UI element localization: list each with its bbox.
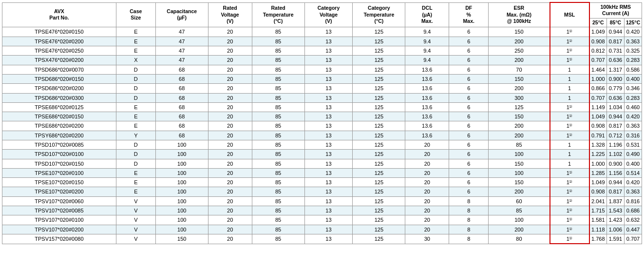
cell-category-voltage: 13	[304, 112, 353, 121]
cell-msl: 1¹⁾	[550, 102, 589, 112]
cell-rated-temp: 85	[252, 46, 304, 56]
cell-125c: 0.420	[624, 112, 642, 121]
cell-esr: 200	[489, 56, 550, 65]
header-temp-85: 85°C	[606, 18, 624, 27]
cell-dcl: 9.4	[405, 46, 449, 56]
cell-capacitance: 100	[155, 196, 208, 206]
cell-esr: 80	[489, 234, 550, 244]
cell-85c: 0.817	[606, 187, 624, 196]
table-row: TPSE107*020#0100E1002085131252061001¹⁾1.…	[2, 168, 642, 177]
table-row: TPSD686*020#0200D6820851312513.6620010.8…	[2, 84, 642, 93]
cell-85c: 0.636	[606, 56, 624, 65]
cell-msl: 1¹⁾	[550, 206, 589, 215]
cell-esr: 200	[489, 225, 550, 234]
cell-rated-voltage: 20	[208, 27, 252, 37]
header-df: DF%Max.	[449, 2, 489, 27]
cell-25c: 0.812	[589, 46, 607, 56]
cell-df: 6	[449, 93, 489, 102]
cell-dcl: 13.6	[405, 84, 449, 93]
cell-rated-voltage: 20	[208, 37, 252, 46]
table-row: TPSD107*020#0085D1002085131252068511.328…	[2, 140, 642, 149]
cell-25c: 0.707	[589, 93, 607, 102]
cell-capacitance: 100	[155, 225, 208, 234]
cell-msl: 1¹⁾	[550, 178, 589, 187]
cell-25c: 1.000	[589, 159, 607, 168]
cell-case: V	[116, 206, 155, 215]
cell-125c: 0.363	[624, 121, 642, 131]
cell-capacitance: 68	[155, 131, 208, 140]
table-row: TPSE107*020#0200E1002085131252062001¹⁾0.…	[2, 187, 642, 196]
cell-rated-temp: 85	[252, 206, 304, 215]
table-row: TPSE686*020#0150E6820851312513.661501¹⁾1…	[2, 112, 642, 121]
cell-part: TPSE686*020#0150	[2, 112, 116, 121]
cell-df: 6	[449, 168, 489, 177]
table-row: TPSV107*020#0060V100208513125208601¹⁾2.0…	[2, 196, 642, 206]
cell-case: D	[116, 93, 155, 102]
cell-dcl: 20	[405, 225, 449, 234]
table-row: TPSV107*020#0100V1002085131252081001¹⁾1.…	[2, 215, 642, 225]
cell-df: 6	[449, 150, 489, 159]
header-temp-125: 125°C	[624, 18, 642, 27]
cell-msl: 1¹⁾	[550, 196, 589, 206]
cell-25c: 1.149	[589, 102, 607, 112]
cell-25c: 1.464	[589, 65, 607, 74]
cell-category-temp: 125	[353, 112, 405, 121]
cell-case: D	[116, 140, 155, 149]
cell-esr: 85	[489, 140, 550, 149]
cell-25c: 0.707	[589, 56, 607, 65]
cell-case: D	[116, 74, 155, 83]
cell-rated-temp: 85	[252, 93, 304, 102]
cell-msl: 1¹⁾	[550, 187, 589, 196]
cell-rated-temp: 85	[252, 187, 304, 196]
table-row: TPSE476*020#0150E472085131259.461501¹⁾1.…	[2, 27, 642, 37]
cell-rated-temp: 85	[252, 196, 304, 206]
header-rated-voltage: RatedVoltage(V)	[208, 2, 252, 27]
cell-msl: 1	[550, 84, 589, 93]
cell-25c: 1.049	[589, 27, 607, 37]
cell-case: E	[116, 187, 155, 196]
cell-125c: 0.283	[624, 56, 642, 65]
cell-part: TPSE476*020#0250	[2, 46, 116, 56]
cell-category-voltage: 13	[304, 65, 353, 74]
cell-esr: 125	[489, 102, 550, 112]
cell-25c: 1.581	[589, 215, 607, 225]
cell-category-voltage: 13	[304, 196, 353, 206]
cell-125c: 0.460	[624, 102, 642, 112]
cell-case: E	[116, 37, 155, 46]
cell-msl: 1¹⁾	[550, 225, 589, 234]
cell-df: 8	[449, 206, 489, 215]
cell-msl: 1¹⁾	[550, 37, 589, 46]
cell-125c: 0.686	[624, 206, 642, 215]
cell-dcl: 13.6	[405, 74, 449, 83]
table-row: TPSE686*020#0125E6820851312513.661251¹⁾1…	[2, 102, 642, 112]
cell-category-voltage: 13	[304, 131, 353, 140]
cell-125c: 0.514	[624, 168, 642, 177]
cell-case: E	[116, 121, 155, 131]
cell-part: TPSD686*020#0300	[2, 93, 116, 102]
header-case-size: CaseSize	[116, 2, 155, 27]
cell-capacitance: 100	[155, 178, 208, 187]
cell-25c: 1.000	[589, 74, 607, 83]
cell-part: TPSD686*020#0200	[2, 84, 116, 93]
cell-part: TPSE476*020#0150	[2, 27, 116, 37]
cell-rated-temp: 85	[252, 168, 304, 177]
cell-25c: 1.285	[589, 168, 607, 177]
cell-df: 6	[449, 140, 489, 149]
cell-category-voltage: 13	[304, 74, 353, 83]
cell-85c: 0.944	[606, 178, 624, 187]
cell-125c: 0.363	[624, 37, 642, 46]
cell-df: 6	[449, 121, 489, 131]
cell-rated-voltage: 20	[208, 168, 252, 177]
cell-rated-temp: 85	[252, 102, 304, 112]
cell-category-temp: 125	[353, 74, 405, 83]
cell-category-temp: 125	[353, 102, 405, 112]
table-row: TPSX476*020#0200X472085131259.462001¹⁾0.…	[2, 56, 642, 65]
cell-category-temp: 125	[353, 234, 405, 244]
cell-esr: 150	[489, 74, 550, 83]
cell-msl: 1	[550, 140, 589, 149]
cell-capacitance: 68	[155, 93, 208, 102]
cell-part: TPSE107*020#0200	[2, 187, 116, 196]
cell-capacitance: 68	[155, 74, 208, 83]
cell-category-voltage: 13	[304, 27, 353, 37]
cell-rated-voltage: 20	[208, 215, 252, 225]
